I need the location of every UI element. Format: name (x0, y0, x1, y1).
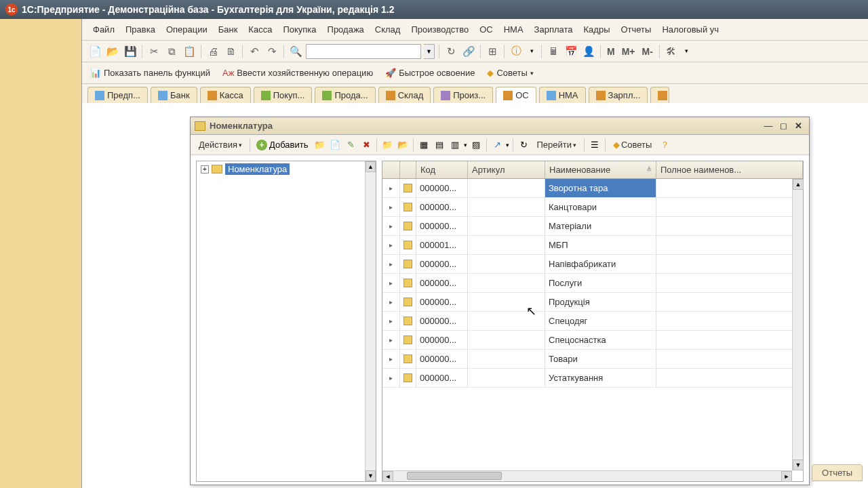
table-row[interactable]: ▸000000...Канцтовари (382, 198, 803, 217)
info-dropdown[interactable]: ▾ (526, 44, 537, 59)
reports-bottom-tab[interactable]: Отчеты (812, 464, 863, 481)
header-expand[interactable] (382, 161, 400, 178)
scroll-track[interactable] (393, 471, 781, 481)
add-button[interactable]: + Добавить (254, 138, 311, 152)
paste-icon[interactable]: 📋 (182, 44, 197, 59)
redo-icon[interactable]: ↷ (264, 44, 279, 59)
menu-item-13[interactable]: Отчеты (616, 23, 655, 36)
row-expand[interactable]: ▸ (382, 198, 400, 216)
row-expand[interactable]: ▸ (382, 179, 400, 197)
scroll-down-button[interactable]: ▼ (366, 470, 376, 481)
undo-icon[interactable]: ↶ (247, 44, 262, 59)
tips-button[interactable]: ◆ Советы ▾ (484, 66, 536, 79)
tab-0[interactable]: Предп... (87, 87, 148, 103)
scroll-thumb[interactable] (407, 472, 502, 480)
menu-item-0[interactable]: Файл (89, 23, 119, 36)
move-icon[interactable]: 📁 (380, 138, 394, 152)
clear-filter-icon[interactable]: ▨ (469, 138, 483, 152)
quick-start-button[interactable]: 🚀 Быстрое освоение (382, 66, 477, 79)
m-button[interactable]: М (605, 46, 617, 57)
tab-6[interactable]: Произ... (433, 87, 493, 103)
chevron-down-icon[interactable]: ▾ (506, 142, 509, 148)
calc-icon[interactable]: 🖩 (546, 44, 561, 59)
tab-1[interactable]: Банк (151, 87, 197, 103)
table-row[interactable]: ▸000000...Матеріали (382, 217, 803, 236)
header-fullname[interactable]: Полное наименов... (656, 161, 803, 178)
scroll-up-button[interactable]: ▲ (793, 179, 804, 190)
row-expand[interactable]: ▸ (382, 350, 400, 368)
tab-3[interactable]: Покуп... (254, 87, 313, 103)
tab-5[interactable]: Склад (378, 87, 431, 103)
hierarchy-icon[interactable]: 📂 (396, 138, 410, 152)
table-row[interactable]: ▸000000...Продукція (382, 293, 803, 312)
maximize-button[interactable]: ◻ (776, 120, 790, 132)
menu-item-14[interactable]: Налоговый уч (658, 23, 723, 36)
delete-icon[interactable]: ✖ (359, 138, 373, 152)
search-input[interactable] (306, 44, 421, 59)
help-icon[interactable]: ？ (658, 138, 671, 152)
menu-item-11[interactable]: Зарплата (530, 23, 577, 36)
show-panel-button[interactable]: 📊 Показать панель функций (87, 66, 213, 79)
row-expand[interactable]: ▸ (382, 312, 400, 330)
scroll-down-button[interactable]: ▼ (793, 460, 804, 470)
row-expand[interactable]: ▸ (382, 331, 400, 349)
refresh-icon[interactable]: ↻ (443, 44, 458, 59)
tab-7[interactable]: ОС (496, 87, 536, 103)
nav-icon[interactable]: ↗ (490, 138, 504, 152)
link-icon[interactable]: 🔗 (461, 44, 476, 59)
tree-root-item[interactable]: + Номенклатура (197, 161, 376, 177)
tree-scrollbar[interactable]: ▲ ▼ (365, 161, 376, 481)
menu-item-7[interactable]: Склад (371, 23, 405, 36)
enter-operation-button[interactable]: Аж Ввести хозяйственную операцию (220, 66, 376, 79)
row-expand[interactable]: ▸ (382, 236, 400, 254)
row-expand[interactable]: ▸ (382, 369, 400, 387)
grid-vertical-scrollbar[interactable]: ▲ ▼ (792, 179, 803, 470)
filter1-icon[interactable]: ▦ (417, 138, 431, 152)
list-icon[interactable]: ☰ (588, 138, 601, 152)
row-expand[interactable]: ▸ (382, 217, 400, 235)
copy-icon[interactable]: ⧉ (164, 44, 179, 59)
filter3-icon[interactable]: ▥ (448, 138, 462, 152)
table-row[interactable]: ▸000000...Товари (382, 350, 803, 369)
tab-2[interactable]: Касса (200, 87, 251, 103)
table-row[interactable]: ▸000000...Послуги (382, 274, 803, 293)
tab-9[interactable]: Зарпл... (589, 87, 648, 103)
windows-icon[interactable]: ⊞ (485, 44, 500, 59)
search-dropdown[interactable]: ▼ (424, 44, 435, 59)
refresh-icon[interactable]: ↻ (517, 138, 530, 152)
header-folder[interactable] (400, 161, 416, 178)
table-row[interactable]: ▸000001...МБП (382, 236, 803, 255)
tools-dropdown[interactable]: ▾ (682, 44, 692, 59)
add-folder-icon[interactable]: 📁 (313, 138, 326, 152)
row-expand[interactable]: ▸ (382, 293, 400, 311)
tab-8[interactable]: НМА (539, 87, 586, 103)
menu-item-6[interactable]: Продажа (323, 23, 368, 36)
tips-sub-button[interactable]: ◆ Советы (609, 138, 656, 151)
menu-item-3[interactable]: Банк (214, 23, 242, 36)
grid-horizontal-scrollbar[interactable]: ◄ ► (382, 470, 792, 481)
info-icon[interactable]: ⓘ (509, 44, 524, 59)
cut-icon[interactable]: ✂ (146, 44, 161, 59)
header-name[interactable]: Наименование ≜ (545, 161, 656, 178)
new-icon[interactable]: 📄 (87, 44, 102, 59)
go-button[interactable]: Перейти ▾ (532, 138, 580, 151)
menu-item-4[interactable]: Касса (244, 23, 276, 36)
menu-item-8[interactable]: Производство (407, 23, 473, 36)
scroll-right-button[interactable]: ► (781, 471, 792, 482)
row-expand[interactable]: ▸ (382, 255, 400, 273)
filter2-icon[interactable]: ▤ (433, 138, 446, 152)
row-expand[interactable]: ▸ (382, 274, 400, 292)
open-icon[interactable]: 📂 (105, 44, 120, 59)
chevron-down-icon[interactable]: ▾ (464, 142, 467, 148)
header-code[interactable]: Код (416, 161, 468, 178)
menu-item-5[interactable]: Покупка (279, 23, 320, 36)
tab-4[interactable]: Прода... (315, 87, 375, 103)
table-row[interactable]: ▸000000...Устаткування (382, 369, 803, 388)
actions-button[interactable]: Действия ▾ (195, 138, 246, 151)
menu-item-9[interactable]: ОС (475, 23, 497, 36)
menu-item-10[interactable]: НМА (500, 23, 528, 36)
save-icon[interactable]: 💾 (123, 44, 138, 59)
table-row[interactable]: ▸000000...Спецоснастка (382, 331, 803, 350)
menu-item-2[interactable]: Операции (162, 23, 212, 36)
header-article[interactable]: Артикул (468, 161, 545, 178)
